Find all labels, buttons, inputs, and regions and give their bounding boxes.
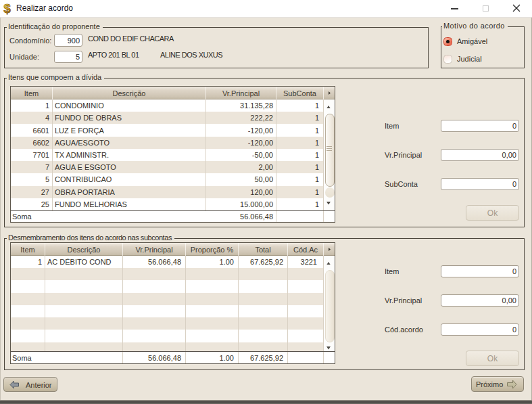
svg-text:$: $: [3, 1, 11, 16]
